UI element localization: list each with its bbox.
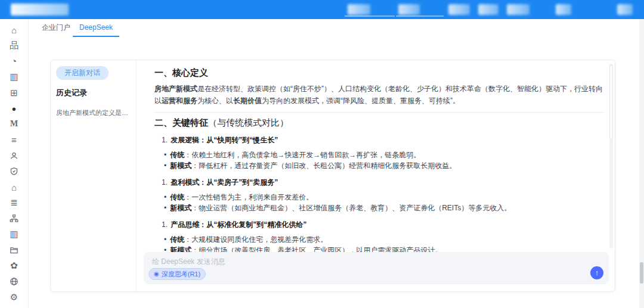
page-scrollbar[interactable] (639, 19, 644, 308)
feature-bullet: •新模式：物业运营（如商业地产租金）、社区增值服务（养老、教育）、资产证券化（R… (164, 203, 604, 213)
feature-group-title: 1. 产品思维：从“标准化复制”到“精准化供给” (162, 219, 604, 230)
redacted-nav-item[interactable] (507, 4, 530, 15)
message-scrollbar-thumb[interactable] (609, 65, 613, 139)
history-list: 房地产新模式的定义是什么 (56, 108, 136, 117)
sidebar-icon-list: ⌂品◔▥⊞●M≡⌂≣▥✿⚙ (0, 19, 29, 308)
chat-panel: 一、核心定义 房地产新模式是在经济转型、政策调控（如“房住不炒”）、人口结构变化… (137, 60, 615, 291)
history-title: 历史记录 (56, 88, 136, 98)
history-item[interactable]: 房地产新模式的定义是什么 (56, 108, 131, 117)
send-button[interactable]: ↑ (590, 266, 603, 279)
main-content: 开启新对话 历史记录 房地产新模式的定义是什么 一、核心定义 房地产新模式是在经… (29, 37, 644, 308)
layers-icon[interactable]: ≣ (0, 195, 29, 210)
feature-bullet: •新模式：细分市场（改善型住房、养老社区、产业园区），以用户需求驱动产品设计。 (164, 245, 604, 252)
deep-think-button[interactable]: ◉ 深度思考(R1) (148, 268, 206, 280)
feature-group-title: 1. 发展逻辑：从“快周转”到“慢生长” (162, 135, 604, 145)
feature-bullet: •传统：一次性销售为主，利润来自开发差价。 (164, 192, 604, 203)
redacted-nav-item[interactable] (398, 4, 420, 15)
feature-bullet: •传统：依赖土地红利，高负债拿地→快速开发→销售回款→再扩张，链条脆弱。 (164, 150, 604, 160)
gear-icon[interactable]: ⚙ (0, 290, 29, 304)
tab-enterprise-portal[interactable]: 企业门户 (42, 19, 70, 36)
tab-deepseek[interactable]: DeepSeek (73, 19, 119, 37)
assistant-message: 一、核心定义 房地产新模式是在经济转型、政策调控（如“房住不炒”）、人口结构变化… (137, 60, 609, 252)
chat-input[interactable] (151, 256, 585, 267)
user-icon[interactable] (0, 148, 29, 163)
feature-bullet: •传统：大规模建设同质化住宅，忽视差异化需求。 (164, 234, 604, 245)
feature-group: 1. 产品思维：从“标准化复制”到“精准化供给”•传统：大规模建设同质化住宅，忽… (154, 219, 604, 252)
feature-bullet: •新模式：降低杠杆，通过存量资产（如旧改、长租公寓）经营和精细化服务获取长期收益… (164, 160, 604, 171)
barcode-icon[interactable]: ▥ (0, 70, 29, 84)
redacted-nav-item[interactable] (448, 4, 470, 15)
tree-icon[interactable] (0, 211, 29, 226)
tab-bar: 企业门户 DeepSeek (29, 19, 644, 38)
composer: ◉ 深度思考(R1) ↑ (144, 252, 609, 284)
deepseek-chat-card: 开启新对话 历史记录 房地产新模式的定义是什么 一、核心定义 房地产新模式是在经… (50, 60, 615, 292)
feature-groups: 1. 发展逻辑：从“快周转”到“慢生长”•传统：依赖土地红利，高负债拿地→快速开… (154, 135, 604, 252)
globe-icon[interactable] (0, 275, 29, 289)
section-heading-core-definition: 一、核心定义 (154, 67, 604, 79)
list-icon[interactable]: ≡ (0, 133, 29, 147)
message-scrollbar[interactable] (609, 64, 613, 248)
section-heading-key-features: 二、关键特征（与传统模式对比） (154, 117, 604, 129)
redacted-nav-item[interactable] (617, 4, 633, 15)
page-scrollbar-thumb[interactable] (640, 262, 643, 284)
send-arrow-icon: ↑ (595, 268, 599, 277)
section-divider (154, 112, 604, 113)
home-icon[interactable]: ⌂ (0, 23, 29, 37)
media-add-icon[interactable]: ⊞ (0, 86, 29, 100)
redacted-nav-item[interactable] (478, 4, 499, 15)
feature-group: 1. 发展逻辑：从“快周转”到“慢生长”•传统：依赖土地红利，高负债拿地→快速开… (154, 135, 604, 171)
org-structure-icon[interactable]: 品 (0, 38, 29, 52)
app-window: 企业门户 DeepSeek ⌂品◔▥⊞●M≡⌂≣▥✿⚙ 开启新对话 历史记录 房… (0, 0, 644, 308)
feature-group-title: 1. 盈利模式：从“卖房子”到“卖服务” (162, 177, 604, 188)
feature-group: 1. 盈利模式：从“卖房子”到“卖服务”•传统：一次性销售为主，利润来自开发差价… (154, 177, 604, 213)
redacted-nav-item[interactable] (348, 4, 370, 15)
new-chat-button[interactable]: 开启新对话 (56, 66, 109, 80)
top-header-bar (0, 0, 644, 19)
conversation-sidebar: 开启新对话 历史记录 房地产新模式的定义是什么 (51, 60, 137, 291)
nav-active-underline (396, 15, 444, 17)
folder-icon[interactable] (0, 243, 29, 257)
deep-think-label: 深度思考(R1) (162, 269, 200, 279)
deep-think-icon: ◉ (154, 269, 159, 279)
nav-active-underline (345, 15, 395, 17)
dark-app-icon[interactable]: ● (0, 101, 29, 116)
m-app-icon[interactable]: M (0, 117, 29, 131)
home-alt-icon[interactable]: ⌂ (0, 180, 29, 194)
barcode-alt-icon[interactable]: ▥ (0, 227, 29, 241)
core-definition-paragraph: 房地产新模式是在经济转型、政策调控（如“房住不炒”）、人口结构变化（老龄化、少子… (154, 83, 604, 107)
app-logo (11, 4, 69, 15)
redacted-nav-item[interactable] (556, 4, 571, 15)
shield-icon[interactable] (0, 164, 29, 179)
flower-icon[interactable]: ✿ (0, 259, 29, 273)
pie-chart-icon[interactable]: ◔ (0, 54, 29, 69)
